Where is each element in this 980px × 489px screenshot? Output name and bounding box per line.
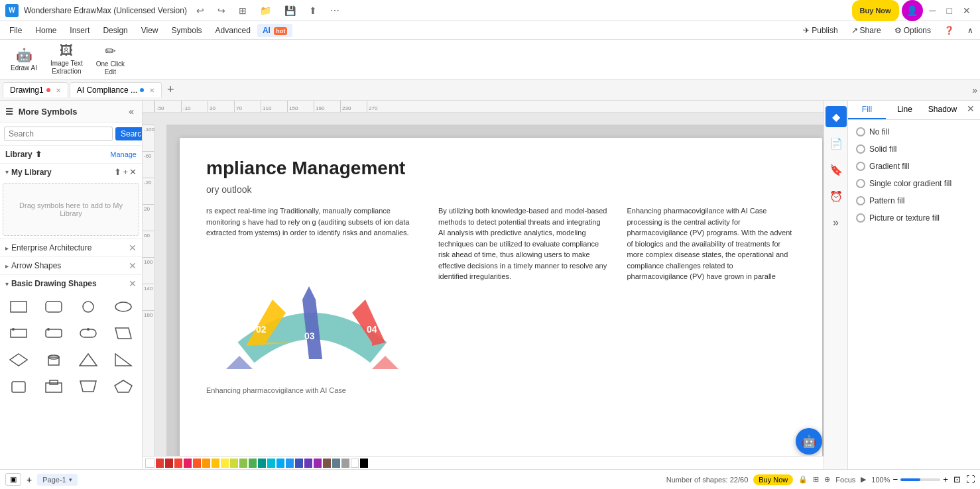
minimize-button[interactable]: ─ [926, 0, 940, 21]
shape-rect[interactable] [3, 295, 35, 319]
tab-drawing1[interactable]: Drawing1 ✕ [3, 82, 68, 97]
my-library-close[interactable]: ✕ [129, 167, 137, 177]
color-swatch[interactable] [156, 459, 164, 468]
my-library-export[interactable]: ⬆ [114, 167, 121, 177]
pattern-fill-option[interactable]: Pattern fill [853, 194, 975, 207]
tab-fill[interactable]: Fill [848, 101, 886, 119]
expand-tabs-button[interactable]: » [972, 85, 977, 95]
tab-ai-compliance-close[interactable]: ✕ [149, 87, 154, 94]
expand-right-icon[interactable]: » [826, 212, 847, 233]
fit-page-button[interactable]: ⊡ [953, 474, 961, 484]
color-swatch[interactable] [221, 459, 229, 468]
solid-fill-option[interactable]: Solid fill [853, 142, 975, 156]
no-fill-option[interactable]: No fill [853, 125, 975, 138]
bookmark-panel-icon[interactable]: 🔖 [826, 159, 847, 180]
tab-ai-compliance[interactable]: AI Compliance ... ✕ [70, 82, 162, 97]
picture-texture-fill-option[interactable]: Picture or texture fill [853, 211, 975, 225]
tab-line[interactable]: Line [886, 101, 924, 119]
manage-link[interactable]: Manage [110, 150, 137, 158]
edraw-ai-button[interactable]: 🤖 Edraw AI [5, 44, 42, 75]
menu-view[interactable]: View [135, 23, 165, 38]
color-swatch[interactable] [239, 459, 247, 468]
color-swatch[interactable] [295, 459, 303, 468]
history-panel-icon[interactable]: ⏰ [826, 186, 847, 207]
color-swatch[interactable] [230, 459, 238, 468]
menu-insert[interactable]: Insert [63, 23, 96, 38]
color-swatch[interactable] [174, 459, 182, 468]
zoom-slider[interactable] [900, 478, 940, 481]
shape-frame[interactable] [38, 374, 70, 398]
search-input[interactable] [4, 127, 113, 141]
color-swatch[interactable] [332, 459, 340, 468]
shape-right-triangle[interactable] [107, 348, 140, 372]
color-swatch[interactable] [314, 459, 322, 468]
save-button[interactable]: 💾 [280, 4, 300, 17]
color-swatch[interactable] [276, 459, 284, 468]
options-action[interactable]: ⚙ Options [890, 24, 935, 37]
color-swatch[interactable] [184, 459, 192, 468]
menu-symbols[interactable]: Symbols [165, 23, 209, 38]
shape-diamond[interactable] [3, 348, 35, 372]
zoom-out-button[interactable]: − [892, 474, 898, 484]
add-page-button[interactable]: ▣ [5, 473, 21, 486]
tab-shadow[interactable]: Shadow [924, 101, 961, 119]
page-tab[interactable]: Page-1 ▾ [37, 474, 77, 486]
shape-rect2[interactable] [3, 321, 35, 345]
basic-drawing-header[interactable]: ▾ Basic Drawing Shapes ✕ [0, 275, 142, 292]
color-swatch[interactable] [341, 459, 349, 468]
image-text-extraction-button[interactable]: 🖼 Image TextExtraction [45, 40, 88, 78]
basic-drawing-close[interactable]: ✕ [129, 278, 137, 289]
menu-home[interactable]: Home [29, 23, 63, 38]
shape-stadium[interactable] [72, 321, 105, 345]
color-swatch[interactable] [360, 459, 368, 468]
shape-rounded-rect[interactable] [38, 295, 70, 319]
color-swatch[interactable] [323, 459, 331, 468]
help-action[interactable]: ❓ [940, 24, 958, 37]
one-click-edit-button[interactable]: ✏ One ClickEdit [91, 40, 130, 79]
shape-circle[interactable] [72, 295, 105, 319]
collapse-ribbon[interactable]: ∧ [963, 24, 977, 37]
buy-now-button[interactable]: Buy Now [852, 0, 899, 21]
redo-button[interactable]: ↪ [214, 4, 229, 17]
add-tab-button[interactable]: + [163, 82, 178, 98]
open-button[interactable]: 📁 [256, 4, 275, 17]
format-panel-icon[interactable]: 📄 [826, 133, 847, 154]
shape-rounded-rect2[interactable] [38, 321, 70, 345]
buy-now-status-button[interactable]: Buy Now [753, 474, 793, 485]
menu-file[interactable]: File [3, 23, 29, 38]
maximize-button[interactable]: □ [943, 0, 956, 21]
new-button[interactable]: ⊞ [235, 4, 251, 17]
arrow-shapes-section[interactable]: ▸ Arrow Shapes ✕ [0, 257, 142, 275]
shape-pentagon[interactable] [107, 374, 140, 398]
more-button[interactable]: ⋯ [326, 4, 343, 17]
shape-parallelogram[interactable] [107, 321, 140, 345]
fullscreen-button[interactable]: ⛶ [966, 474, 975, 484]
no-color-swatch[interactable] [145, 459, 154, 468]
color-swatch[interactable] [165, 459, 173, 468]
menu-design[interactable]: Design [96, 23, 134, 38]
collapse-panel-button[interactable]: « [126, 105, 137, 118]
color-swatch[interactable] [286, 459, 294, 468]
share-action[interactable]: ↗ Share [847, 24, 885, 37]
close-fill-panel[interactable]: ✕ [961, 101, 980, 119]
color-swatch[interactable] [304, 459, 312, 468]
publish-action[interactable]: ✈ Publish [799, 24, 841, 37]
close-button[interactable]: ✕ [959, 0, 975, 21]
color-swatch[interactable] [212, 459, 219, 468]
menu-ai[interactable]: AI hot [257, 24, 292, 37]
add-page-plus[interactable]: + [27, 474, 32, 485]
menu-advanced[interactable]: Advanced [209, 23, 257, 38]
shape-scroll[interactable] [3, 374, 35, 398]
shape-trapezoid[interactable] [72, 374, 105, 398]
enterprise-architecture-section[interactable]: ▸ Enterprise Architecture ✕ [0, 239, 142, 257]
gradient-fill-option[interactable]: Gradient fill [853, 160, 975, 173]
color-swatch[interactable] [258, 459, 266, 468]
shape-cylinder[interactable] [38, 348, 70, 372]
zoom-in-button[interactable]: + [943, 474, 948, 484]
tab-drawing1-close[interactable]: ✕ [56, 87, 61, 94]
canvas-content[interactable]: mpliance Management ory outlook rs expec… [166, 125, 824, 469]
color-swatch[interactable] [267, 459, 275, 468]
enterprise-close[interactable]: ✕ [129, 243, 137, 253]
color-swatch[interactable] [249, 459, 257, 468]
undo-button[interactable]: ↩ [192, 4, 208, 17]
